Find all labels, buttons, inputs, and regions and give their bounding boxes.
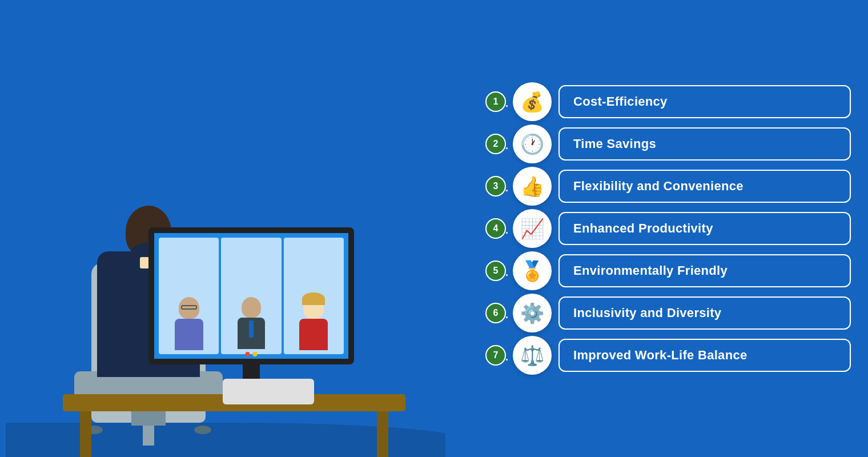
- colorful-gears-icon: ⚙️: [513, 294, 552, 332]
- hair-icon: [302, 292, 325, 305]
- glasses-icon: [181, 305, 197, 310]
- desk-scene: [6, 29, 440, 457]
- list-item-1: 1 💰 Cost-Efficiency: [485, 82, 851, 121]
- thumbs-up-star-icon: 👍: [513, 167, 552, 206]
- balance-scale-icon: ⚖️: [513, 336, 552, 375]
- video-participant-1: [159, 238, 219, 354]
- number-badge-3: 3: [485, 176, 506, 197]
- benefits-list: 1 💰 Cost-Efficiency 2 🕐 Time Savings 3 👍…: [480, 0, 868, 457]
- item-card-7: Improved Work-Life Balance: [558, 339, 851, 372]
- ctrl-dot-yellow: [253, 352, 258, 356]
- tie-icon: [249, 320, 254, 338]
- number-badge-2: 2: [485, 134, 506, 154]
- chart-arrow-icon: 📈: [513, 209, 552, 248]
- item-label-6: Inclusivity and Diversity: [573, 306, 721, 320]
- item-label-1: Cost-Efficiency: [573, 94, 668, 109]
- item-card-3: Flexibility and Convenience: [558, 170, 851, 203]
- number-badge-6: 6: [485, 303, 506, 323]
- video-controls: [246, 352, 258, 356]
- item-label-5: Environmentally Friendly: [573, 263, 728, 278]
- number-badge-7: 7: [485, 345, 506, 366]
- list-item-5: 5 🏅 Environmentally Friendly: [485, 251, 851, 290]
- list-item-7: 7 ⚖️ Improved Work-Life Balance: [485, 336, 851, 375]
- video-participant-3: [284, 238, 344, 354]
- illustration-panel: [0, 0, 445, 457]
- item-card-1: Cost-Efficiency: [558, 85, 851, 118]
- item-label-7: Improved Work-Life Balance: [573, 348, 747, 363]
- item-label-3: Flexibility and Convenience: [573, 179, 744, 194]
- item-label-4: Enhanced Productivity: [573, 221, 713, 236]
- number-badge-4: 4: [485, 218, 506, 239]
- ctrl-dot-red: [246, 352, 250, 356]
- video-call-display: [154, 233, 348, 359]
- chair-wheels: [86, 423, 211, 434]
- number-badge-5: 5: [485, 260, 506, 281]
- clock-icon: 🕐: [513, 125, 552, 163]
- item-card-4: Enhanced Productivity: [558, 212, 851, 245]
- list-item-2: 2 🕐 Time Savings: [485, 125, 851, 163]
- monitor: [148, 227, 354, 394]
- monitor-screen: [148, 227, 354, 364]
- money-bag-icon: 💰: [513, 82, 552, 121]
- green-medal-icon: 🏅: [513, 251, 552, 290]
- video-participant-2: [221, 238, 281, 354]
- item-label-2: Time Savings: [573, 137, 656, 151]
- list-item-3: 3 👍 Flexibility and Convenience: [485, 167, 851, 206]
- item-card-2: Time Savings: [558, 127, 851, 161]
- keyboard: [223, 379, 314, 404]
- list-item-6: 6 ⚙️ Inclusivity and Diversity: [485, 294, 851, 332]
- list-item-4: 4 📈 Enhanced Productivity: [485, 209, 851, 248]
- item-card-6: Inclusivity and Diversity: [558, 296, 851, 330]
- number-badge-1: 1: [485, 91, 506, 112]
- item-card-5: Environmentally Friendly: [558, 254, 851, 287]
